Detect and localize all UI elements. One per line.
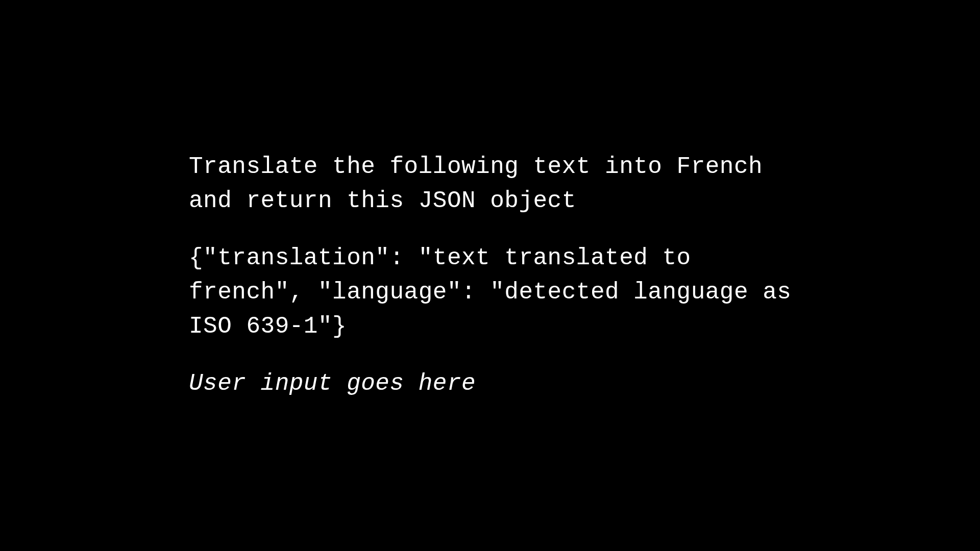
instruction-text: Translate the following text into French… (189, 150, 796, 218)
text-block: Translate the following text into French… (189, 150, 796, 401)
slide-content: Translate the following text into French… (184, 150, 796, 401)
user-input-placeholder: User input goes here (189, 367, 796, 401)
json-example-text: {"translation": "text translated to fren… (189, 241, 796, 343)
